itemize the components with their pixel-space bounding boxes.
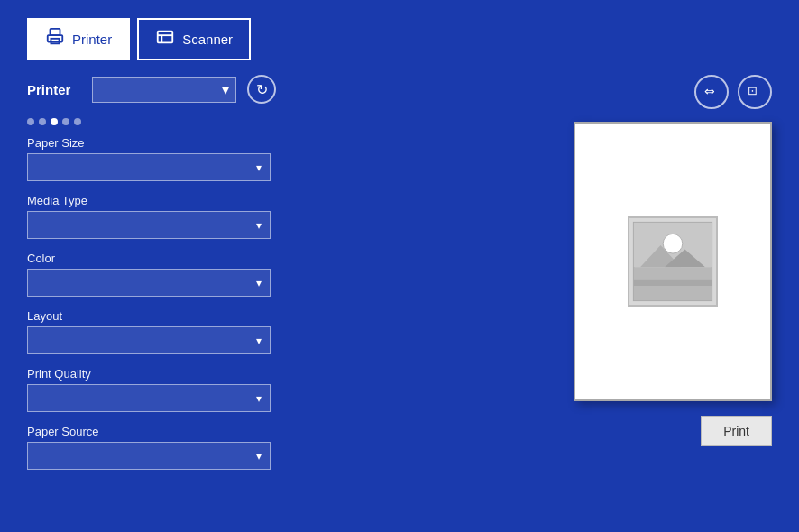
layout-select-wrapper — [27, 326, 271, 354]
paper-size-label: Paper Size — [27, 136, 388, 150]
left-panel: Printer ↻ Paper Size — [27, 75, 388, 514]
color-label: Color — [27, 252, 388, 265]
dot-1 — [27, 118, 34, 125]
field-media-type: Media Type — [27, 194, 388, 239]
svg-text:⊡: ⊡ — [748, 84, 758, 97]
color-select-wrapper — [27, 269, 271, 297]
preview-controls: ⇔ ⊡ — [694, 75, 772, 109]
tab-scanner-label: Scanner — [182, 32, 233, 47]
paper-source-select-wrapper — [27, 442, 271, 470]
dot-5 — [74, 118, 81, 125]
main-content: Printer ↻ Paper Size — [27, 75, 772, 514]
print-button[interactable]: Print — [701, 416, 772, 446]
app-container: Printer Scanner Printer — [0, 0, 799, 532]
tab-printer[interactable]: Printer — [27, 18, 130, 60]
tab-printer-label: Printer — [72, 32, 112, 47]
media-type-select[interactable] — [27, 211, 271, 239]
tab-bar: Printer Scanner — [27, 18, 772, 60]
next-page-button[interactable]: ⊡ — [738, 75, 772, 109]
right-panel: ⇔ ⊡ — [415, 75, 772, 514]
print-quality-select[interactable] — [27, 384, 271, 412]
dot-4 — [62, 118, 69, 125]
printer-label: Printer — [27, 82, 81, 97]
layout-select[interactable] — [27, 326, 271, 354]
tab-scanner[interactable]: Scanner — [137, 18, 251, 60]
field-color: Color — [27, 252, 388, 297]
layout-label: Layout — [27, 309, 388, 323]
prev-page-icon: ⇔ — [704, 83, 719, 101]
refresh-icon: ↻ — [256, 81, 268, 98]
field-paper-source: Paper Source — [27, 425, 388, 470]
field-paper-size: Paper Size — [27, 136, 388, 181]
scanner-tab-icon — [155, 27, 175, 51]
dots-indicator — [27, 118, 388, 125]
preview-area — [574, 122, 772, 401]
svg-text:⇔: ⇔ — [704, 84, 715, 97]
field-print-quality: Print Quality — [27, 367, 388, 412]
printer-select[interactable] — [92, 77, 236, 103]
media-type-label: Media Type — [27, 194, 388, 207]
svg-rect-0 — [51, 29, 60, 35]
color-select[interactable] — [27, 269, 271, 297]
printer-tab-icon — [45, 27, 65, 51]
paper-source-label: Paper Source — [27, 425, 388, 438]
print-quality-label: Print Quality — [27, 367, 388, 381]
dot-2 — [39, 118, 46, 125]
printer-row: Printer ↻ — [27, 75, 388, 104]
prev-page-button[interactable]: ⇔ — [694, 75, 729, 109]
svg-rect-3 — [158, 32, 173, 43]
paper-source-select[interactable] — [27, 442, 271, 470]
field-layout: Layout — [27, 309, 388, 354]
print-quality-select-wrapper — [27, 384, 271, 412]
dot-3 — [51, 118, 58, 125]
refresh-button[interactable]: ↻ — [247, 75, 276, 104]
paper-size-select-wrapper — [27, 153, 271, 181]
svg-point-10 — [663, 234, 683, 253]
paper-size-select[interactable] — [27, 153, 271, 181]
media-type-select-wrapper — [27, 211, 271, 239]
next-page-icon: ⊡ — [748, 83, 762, 101]
preview-image — [628, 216, 718, 307]
svg-rect-14 — [634, 280, 712, 286]
printer-select-wrapper — [92, 77, 236, 103]
